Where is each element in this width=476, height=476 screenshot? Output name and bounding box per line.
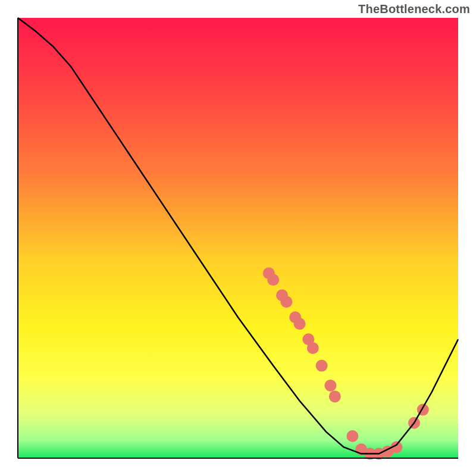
data-marker	[316, 360, 328, 372]
data-marker	[267, 274, 279, 286]
data-marker	[346, 430, 358, 442]
bottleneck-curve	[18, 18, 458, 454]
data-marker	[280, 296, 292, 308]
chart-container: TheBottleneck.com	[0, 0, 476, 476]
data-marker	[329, 390, 341, 402]
curve-layer	[18, 18, 458, 458]
watermark-text: TheBottleneck.com	[358, 2, 470, 16]
data-marker	[307, 342, 319, 354]
data-marker	[294, 318, 306, 330]
marker-group	[263, 267, 429, 459]
plot-area	[18, 18, 458, 458]
data-marker	[324, 380, 336, 392]
